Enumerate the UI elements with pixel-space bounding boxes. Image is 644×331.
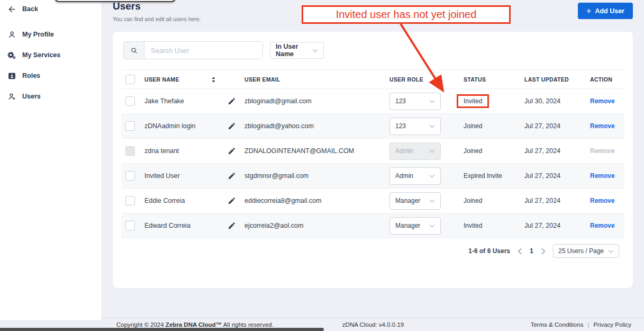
last-updated-cell: Jul 27, 2024: [524, 222, 590, 229]
row-checkbox[interactable]: [125, 171, 135, 181]
sidebar-item-back[interactable]: Back: [0, 1, 102, 17]
table-row: Edward Correia ejcorreia2@aol.com Manage…: [121, 213, 624, 238]
filter-value: In User Name: [276, 43, 312, 58]
privacy-link[interactable]: Privacy Policy: [593, 321, 631, 328]
search-group: [123, 41, 263, 59]
user-role-select[interactable]: Admin: [389, 142, 441, 160]
remove-link[interactable]: Remove: [590, 222, 615, 229]
annotation-callout: Invited user has not yet joined: [302, 5, 511, 24]
add-user-button[interactable]: + Add User: [578, 3, 633, 19]
column-header-user-email: USER EMAIL: [244, 76, 389, 83]
footer-separator: |: [587, 321, 589, 328]
sidebar-item-my-services[interactable]: My Services: [0, 47, 102, 63]
user-email-cell: eddiecorreia8@gmail.com: [244, 197, 389, 204]
chevron-down-icon: [312, 49, 318, 52]
plus-icon: +: [586, 7, 591, 15]
remove-link[interactable]: Remove: [590, 197, 615, 204]
sidebar-item-roles[interactable]: Roles: [0, 68, 102, 84]
edit-icon[interactable]: [228, 196, 236, 205]
remove-link[interactable]: Remove: [590, 122, 615, 130]
sidebar-item-my-profile[interactable]: My Profile: [0, 26, 102, 42]
last-updated-cell: Jul 30, 2024: [524, 97, 590, 105]
table-row: Invited User stgdmnsr@gmail.com Admin Ex…: [121, 164, 624, 189]
sort-icon[interactable]: [211, 76, 216, 83]
edit-icon[interactable]: [228, 122, 236, 130]
edit-icon[interactable]: [228, 221, 236, 230]
edit-icon[interactable]: [228, 147, 236, 155]
user-email-cell: zbloginadt@yahoo.com: [244, 122, 389, 130]
status-cell: Joined: [464, 147, 524, 155]
user-email-cell: stgdmnsr@gmail.com: [244, 172, 389, 180]
horizontal-scrollbar[interactable]: [0, 328, 324, 331]
sidebar: Back My Profile My Services Roles Users: [0, 0, 102, 320]
page-size-value: 25 Users / Page: [558, 247, 604, 255]
sidebar-item-label: Roles: [22, 72, 40, 79]
user-email-cell: ejcorreia2@aol.com: [244, 222, 389, 229]
remove-link[interactable]: Remove: [590, 172, 615, 180]
users-table-body: Jake Thefake zbloginadt@gmail.com 123 In…: [121, 89, 624, 238]
user-email-cell: ZDNALOGINTENANT@GMAIL.COM: [244, 147, 389, 155]
page-number[interactable]: 1: [530, 247, 533, 255]
column-header-status: STATUS: [464, 76, 524, 83]
pagination-range: 1-6 of 6 Users: [468, 247, 510, 255]
chevron-right-icon[interactable]: [541, 248, 546, 255]
main-content: Users You can find and edit all users he…: [102, 0, 644, 331]
select-all-checkbox[interactable]: [125, 75, 135, 84]
sidebar-item-label: Back: [22, 5, 38, 13]
table-row: Eddie Correia eddiecorreia8@gmail.com Ma…: [121, 189, 624, 213]
annotation-text: Invited user has not yet joined: [336, 8, 477, 21]
sidebar-item-label: Users: [22, 93, 41, 100]
last-updated-cell: Jul 27, 2024: [524, 122, 590, 130]
badge-icon: [7, 71, 16, 80]
row-checkbox[interactable]: [125, 221, 135, 230]
status-cell: Invited: [464, 94, 524, 108]
row-checkbox[interactable]: [125, 146, 135, 156]
sidebar-item-users[interactable]: Users: [0, 88, 102, 104]
remove-link[interactable]: Remove: [590, 147, 615, 155]
footer-copyright: Copyright © 2024 Zebra DNA Cloud™ All ri…: [116, 321, 274, 328]
sidebar-item-label: My Services: [22, 51, 60, 59]
page-size-select[interactable]: 25 Users / Page: [553, 244, 619, 258]
row-checkbox[interactable]: [125, 196, 135, 205]
users-admin-page: Back My Profile My Services Roles Users: [0, 0, 644, 331]
page-subtitle: You can find and edit all users here.: [113, 16, 201, 22]
user-role-select[interactable]: Manager: [389, 192, 441, 210]
people-icon: [7, 92, 16, 101]
remove-link[interactable]: Remove: [590, 97, 615, 105]
chevron-down-icon: [429, 124, 435, 128]
back-arrow-icon: [7, 5, 16, 14]
edit-icon[interactable]: [228, 97, 236, 105]
search-input[interactable]: [144, 42, 262, 59]
user-name-cell: Invited User: [144, 172, 221, 180]
edit-icon[interactable]: [228, 172, 236, 180]
column-header-user-name[interactable]: USER NAME: [144, 76, 221, 83]
user-role-select[interactable]: 123: [389, 118, 441, 135]
chevron-down-icon: [429, 199, 435, 203]
terms-link[interactable]: Terms & Conditions: [531, 321, 584, 328]
column-header-last-updated: LAST UPDATED: [524, 76, 590, 83]
table-row: zDNAadmin login zbloginadt@yahoo.com 123…: [121, 114, 624, 139]
user-role-select[interactable]: Admin: [389, 167, 441, 185]
pagination: 1-6 of 6 Users 1 25 Users / Page: [121, 238, 624, 264]
user-role-select[interactable]: 123: [389, 93, 441, 110]
status-cell: Invited: [464, 222, 524, 229]
chevron-down-icon: [429, 224, 435, 228]
footer-brand: Zebra DNA Cloud™: [166, 321, 222, 328]
search-filter-select[interactable]: In User Name: [270, 42, 324, 59]
status-cell: Expired Invite: [464, 172, 524, 180]
chevron-left-icon[interactable]: [518, 248, 522, 255]
row-checkbox[interactable]: [125, 96, 135, 106]
table-row: Jake Thefake zbloginadt@gmail.com 123 In…: [121, 89, 624, 114]
row-checkbox[interactable]: [125, 121, 135, 131]
status-cell: Joined: [464, 122, 524, 130]
chevron-down-icon: [429, 149, 435, 153]
user-name-cell: zDNAadmin login: [144, 122, 221, 130]
user-name-cell: Eddie Correia: [144, 197, 221, 204]
page-title: Users: [113, 1, 141, 12]
last-updated-cell: Jul 27, 2024: [524, 197, 590, 204]
column-header-user-role: USER ROLE: [389, 76, 464, 83]
user-role-select[interactable]: Manager: [389, 217, 441, 235]
chevron-down-icon: [429, 174, 435, 178]
column-header-action: ACTION: [590, 76, 620, 83]
sidebar-item-label: My Profile: [22, 31, 54, 38]
